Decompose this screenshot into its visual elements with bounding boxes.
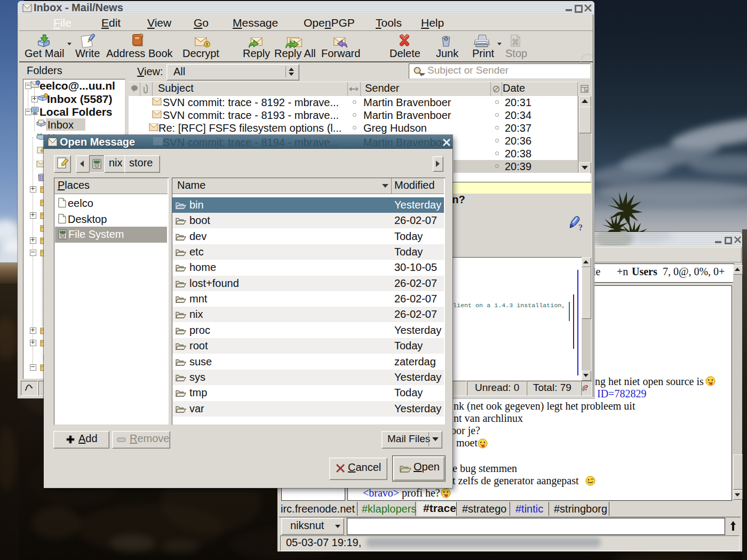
svg-text:?: ? xyxy=(578,223,583,232)
